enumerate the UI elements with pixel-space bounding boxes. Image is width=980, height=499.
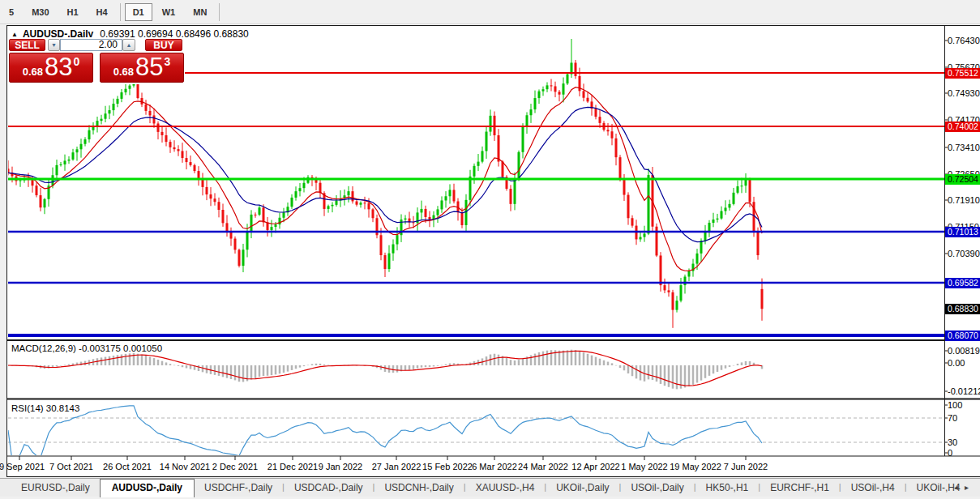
sell-price-tile[interactable]: 0.68830 — [9, 53, 93, 83]
tab-scroll-arrows[interactable]: ◂▸ — [954, 483, 975, 492]
date-tick-label: 27 Jan 2022 — [372, 462, 422, 471]
date-tick-label: 6 Mar 2022 — [472, 462, 517, 471]
date-tick-label: 2 Dec 2021 — [212, 462, 258, 471]
date-tick-label: 12 Apr 2022 — [571, 462, 619, 471]
date-tick-label: 21 Dec 2021 — [267, 462, 318, 471]
one-click-trade-panel: SELL ▼ 2.00 ▲ BUY 0.68830 0.68853 — [8, 37, 185, 84]
sell-price-big: 83 — [45, 53, 72, 81]
mt4-terminal: 5M30H1H4D1W1MN ▲AUDUSD-,Daily0.69391 0.6… — [0, 0, 980, 499]
date-tick-label: 14 Nov 2021 — [160, 462, 210, 471]
volume-decrease-button[interactable]: ▼ — [48, 39, 60, 51]
price-tick-label: 0.71910 — [948, 195, 980, 205]
date-tick-label: 24 Mar 2022 — [518, 462, 568, 471]
price-tick-label: 0.76430 — [948, 36, 980, 45]
rsi-axis-label: 0 — [948, 448, 952, 458]
date-tick-label: 1 May 2022 — [621, 462, 667, 471]
date-tick-label: 9 Jan 2022 — [319, 462, 362, 471]
date-tick-label: 7 Oct 2021 — [49, 462, 93, 471]
macd-axis-label: -0.012123 — [948, 386, 980, 396]
chart-tab-usdcnh-daily[interactable]: USDCNH-,Daily — [374, 480, 463, 497]
chart-tab-ukoil-daily[interactable]: UKOil-,Daily — [546, 480, 618, 497]
chart-tab-usdchf-daily[interactable]: USDCHF-,Daily — [195, 480, 282, 497]
chart-tab-eurchf-h1[interactable]: EURCHF-,H1 — [760, 480, 839, 497]
sell-price-sup: 0 — [74, 55, 80, 68]
chart-tab-usoil-h4[interactable]: USOil-,H4 — [841, 480, 905, 497]
price-tick-label: 0.74930 — [948, 88, 980, 98]
price-tick-label: 0.70390 — [948, 249, 980, 258]
macd-axis-label: 0.00 — [948, 358, 965, 368]
buy-price-tile[interactable]: 0.68853 — [100, 53, 184, 83]
volume-input[interactable]: 2.00 — [60, 39, 122, 51]
chart-tab-audusd-daily[interactable]: AUDUSD-,Daily — [100, 479, 195, 497]
chart-tab-eurusd-daily[interactable]: EURUSD-,Daily — [11, 480, 100, 497]
tab-scroll-right-icon: ▸ — [965, 483, 975, 492]
price-level-tag: 0.74002 — [945, 122, 980, 132]
price-level-tag: 0.69582 — [945, 278, 980, 288]
rsi-axis-label: 30 — [948, 437, 957, 447]
rsi-axis-label: 70 — [948, 413, 957, 423]
macd-indicator-label: MACD(12,26,9) -0.003175 0.001050 — [11, 343, 162, 353]
buy-price-big: 85 — [135, 53, 163, 81]
buy-price-sup: 3 — [165, 55, 171, 68]
chart-tab-usoil-daily[interactable]: USOil-,Daily — [621, 480, 693, 497]
price-level-tag: 0.75512 — [945, 68, 980, 79]
price-level-tag: 0.71013 — [945, 227, 980, 237]
price-level-tag: 0.72504 — [945, 174, 980, 185]
date-tick-label: 15 Feb 2022 — [422, 462, 473, 471]
chart-tab-bar: EURUSD-,DailyAUDUSD-,DailyUSDCHF-,Daily|… — [0, 478, 980, 497]
buy-price-prefix: 0.68 — [113, 66, 134, 78]
date-tick-label: 19 May 2022 — [670, 462, 721, 471]
rsi-axis-label: 100 — [948, 400, 962, 410]
price-level-tag: 0.68070 — [945, 331, 980, 341]
rsi-indicator-label: RSI(14) 30.8143 — [11, 403, 79, 413]
price-tick-label: 0.73410 — [948, 143, 980, 152]
date-tick-label: 26 Oct 2021 — [103, 462, 152, 471]
price-level-tag: 0.68830 — [945, 304, 980, 314]
volume-increase-button[interactable]: ▲ — [122, 39, 135, 51]
macd-axis-label: 0.008197 — [948, 346, 980, 356]
date-tick-label: 7 Jun 2022 — [724, 462, 768, 471]
chart-tab-usdcad-daily[interactable]: USDCAD-,Daily — [285, 480, 373, 497]
sell-button[interactable]: SELL — [9, 39, 45, 51]
buy-button[interactable]: BUY — [145, 39, 182, 51]
tab-scroll-left-icon: ◂ — [954, 483, 965, 492]
date-tick-label: 19 Sep 2021 — [0, 462, 45, 471]
chart-tab-xauusd-h4[interactable]: XAUUSD-,H4 — [466, 480, 545, 497]
sell-price-prefix: 0.68 — [23, 66, 43, 78]
chart-tab-hk50-h1[interactable]: HK50-,H1 — [696, 480, 759, 497]
